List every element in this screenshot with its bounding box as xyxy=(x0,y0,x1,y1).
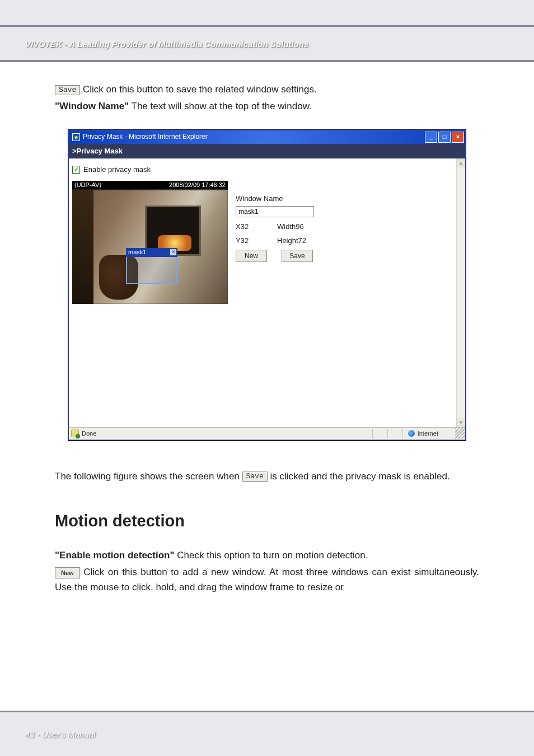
ie-titlebar[interactable]: Privacy Mask - Microsoft Internet Explor… xyxy=(69,130,465,144)
ie-icon xyxy=(72,133,80,141)
window-name-label: "Window Name" xyxy=(55,101,129,111)
window-control-group: _ □ × xyxy=(425,132,465,143)
ie-content: ✓ Enable privacy mask (UDP-AV) 2008/02/0… xyxy=(69,158,465,427)
status-cell-1 xyxy=(374,429,386,438)
status-sep xyxy=(387,429,388,438)
mask-region[interactable]: mask1 ✕ xyxy=(126,248,177,284)
after-post: is clicked and the privacy mask is enabl… xyxy=(268,471,450,482)
left-column: ✓ Enable privacy mask (UDP-AV) 2008/02/0… xyxy=(72,164,228,423)
status-sep xyxy=(372,429,373,438)
done-icon xyxy=(71,430,79,437)
internet-icon xyxy=(408,430,415,437)
new-button-inline[interactable]: New xyxy=(55,567,80,578)
scroll-down-button[interactable]: ▼ xyxy=(457,418,465,427)
panel-save-button[interactable]: Save xyxy=(282,250,313,262)
enable-mask-label: Enable privacy mask xyxy=(83,164,151,175)
y-label: Y32 xyxy=(236,235,277,246)
height-label: Height72 xyxy=(277,235,306,246)
ie-title-text: Privacy Mask - Microsoft Internet Explor… xyxy=(83,132,425,142)
save-button-inline[interactable]: Save xyxy=(55,85,80,95)
minimize-button[interactable]: _ xyxy=(425,132,437,143)
scroll-up-button[interactable]: ▲ xyxy=(457,158,465,167)
ie-body: >Privacy Mask ✓ Enable privacy mask (UDP… xyxy=(69,144,465,440)
save-button-inline-2[interactable]: Save xyxy=(242,472,268,482)
new-button-text: Click on this button to add a new window… xyxy=(55,567,479,592)
x-width-row: X32 Width96 xyxy=(236,221,314,232)
close-button[interactable]: × xyxy=(452,132,464,143)
mask-titlebar[interactable]: mask1 ✕ xyxy=(126,248,177,257)
video-timestamp: 2008/02/09 17:46:32 xyxy=(169,181,226,190)
enable-motion-text: Check this option to turn on motion dete… xyxy=(175,550,368,561)
page-header: VIVOTEK - A Leading Provider of Multimed… xyxy=(0,27,534,60)
motion-detection-heading: Motion detection xyxy=(55,508,479,534)
scrollbar[interactable]: ▲ ▼ xyxy=(456,158,465,427)
x-label: X32 xyxy=(236,221,277,232)
panel-new-button[interactable]: New xyxy=(236,250,267,262)
status-done-text: Done xyxy=(82,429,96,438)
mask-label: mask1 xyxy=(128,248,146,257)
ie-window: Privacy Mask - Microsoft Internet Explor… xyxy=(68,130,466,440)
width-label: Width96 xyxy=(277,221,304,232)
video-preview[interactable]: (UDP-AV) 2008/02/09 17:46:32 xyxy=(72,181,228,304)
panel-button-row: New Save xyxy=(236,250,314,262)
window-name-field-label: Window Name xyxy=(236,193,314,204)
status-zone: Internet xyxy=(405,429,455,438)
right-column: Window Name X32 Width96 Y32 Height72 xyxy=(228,164,314,423)
header-title: VIVOTEK - A Leading Provider of Multimed… xyxy=(25,39,509,49)
enable-mask-row: ✓ Enable privacy mask xyxy=(72,164,228,175)
status-sep xyxy=(402,429,403,438)
video-scene xyxy=(72,190,228,304)
new-button-line: New Click on this button to add a new wi… xyxy=(55,565,479,595)
screenshot-container: Privacy Mask - Microsoft Internet Explor… xyxy=(55,130,479,440)
after-screenshot-text: The following figure shows the screen wh… xyxy=(55,469,479,484)
save-description-line: Save Click on this button to save the re… xyxy=(55,82,479,97)
document-page: VIVOTEK - A Leading Provider of Multimed… xyxy=(0,0,534,756)
save-description-text: Click on this button to save the related… xyxy=(80,84,316,95)
enable-motion-label: "Enable motion detection" xyxy=(55,550,175,561)
resize-grip[interactable] xyxy=(455,428,465,438)
video-overlay-bar: (UDP-AV) 2008/02/09 17:46:32 xyxy=(72,181,228,190)
after-pre: The following figure shows the screen wh… xyxy=(55,471,242,482)
video-source-label: (UDP-AV) xyxy=(74,181,101,190)
y-height-row: Y32 Height72 xyxy=(236,235,314,246)
enable-mask-checkbox[interactable]: ✓ xyxy=(72,166,80,174)
status-left: Done xyxy=(69,429,371,438)
header-separator-bottom xyxy=(0,60,534,62)
maximize-button[interactable]: □ xyxy=(438,132,451,143)
window-name-line: "Window Name" The text will show at the … xyxy=(55,99,479,114)
top-band xyxy=(0,0,534,25)
page-footer: 43 - User's Manual xyxy=(0,712,534,756)
mask-close-button[interactable]: ✕ xyxy=(170,249,177,256)
page-content: Save Click on this button to save the re… xyxy=(0,66,534,711)
status-zone-text: Internet xyxy=(418,429,438,438)
ie-status-bar: Done Internet xyxy=(69,427,465,440)
window-name-text: The text will show at the top of the win… xyxy=(129,101,312,111)
ie-subheader: >Privacy Mask xyxy=(69,144,465,158)
window-name-input[interactable] xyxy=(236,206,314,217)
enable-motion-line: "Enable motion detection" Check this opt… xyxy=(55,548,479,563)
scene-door xyxy=(72,190,93,304)
status-cell-2 xyxy=(390,429,401,438)
footer-text: 43 - User's Manual xyxy=(25,730,95,739)
